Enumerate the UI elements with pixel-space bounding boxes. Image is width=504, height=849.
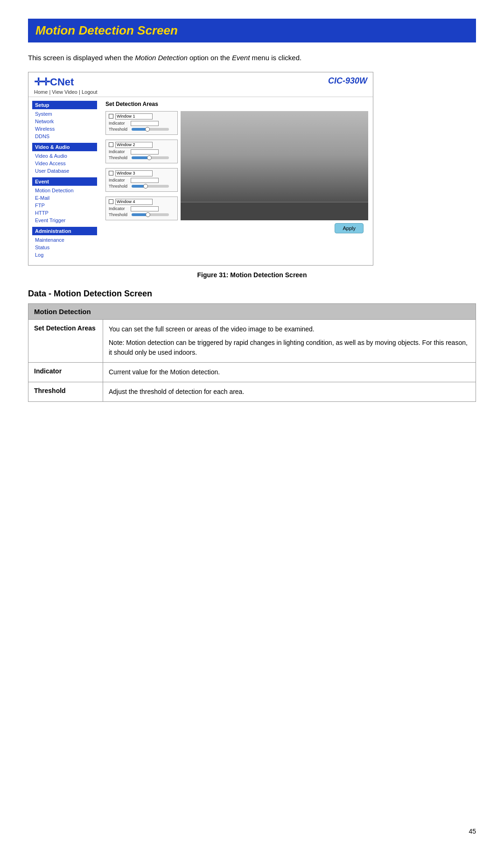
- intro-text-before: This screen is displayed when the: [28, 54, 135, 62]
- cnet-logo: ✛✛ CNet: [34, 76, 98, 88]
- intro-italic-event: Event: [232, 54, 250, 62]
- window-3-checkbox[interactable]: [109, 171, 113, 175]
- window-4-indicator-row: Indicator: [109, 206, 175, 211]
- window-1-indicator-input[interactable]: [131, 121, 159, 126]
- sidebar-item-video-audio[interactable]: Video & Audio: [32, 152, 97, 160]
- window-2-indicator-row: Indicator: [109, 149, 175, 154]
- data-section-title: Data - Motion Detection Screen: [28, 289, 476, 299]
- table-row-indicator: Indicator Current value for the Motion d…: [28, 362, 476, 382]
- window-3-indicator-input[interactable]: [131, 178, 159, 183]
- detection-window-4: Indicator Threshold: [105, 196, 178, 220]
- window-4-threshold-thumb: [146, 212, 150, 217]
- window-1-indicator-row: Indicator: [109, 121, 175, 126]
- window-1-threshold-row: Threshold: [109, 127, 175, 132]
- sidebar-item-maintenance[interactable]: Maintenance: [32, 236, 97, 244]
- cnet-nav-links: Home | View Video | Logout: [34, 89, 98, 95]
- sidebar-header-setup: Setup: [32, 101, 97, 109]
- page-title-banner: Motion Detection Screen: [28, 19, 476, 42]
- window-4-threshold-fill: [132, 213, 147, 216]
- sidebar-item-network[interactable]: Network: [32, 118, 97, 125]
- set-detection-areas-label: Set Detection Areas: [105, 101, 368, 107]
- window-4-indicator-label: Indicator: [109, 206, 129, 211]
- sidebar-group-setup: Setup System Network Wireless DDNS: [32, 101, 97, 140]
- window-3-threshold-fill: [132, 185, 145, 188]
- window-1-threshold-label: Threshold: [109, 127, 129, 132]
- sidebar-item-http[interactable]: HTTP: [32, 209, 97, 217]
- window-4-indicator-input[interactable]: [131, 206, 159, 211]
- window-1-threshold-track[interactable]: [132, 128, 169, 131]
- window-4-name-input[interactable]: [115, 199, 153, 205]
- window-1-row: [109, 113, 175, 119]
- row-value-indicator: Current value for the Motion detection.: [103, 362, 476, 382]
- row-value-threshold: Adjust the threshold of detection for ea…: [103, 382, 476, 401]
- sidebar-group-administration: Administration Maintenance Status Log: [32, 227, 97, 259]
- screenshot-container: ✛✛ CNet Home | View Video | Logout CIC-9…: [28, 72, 373, 266]
- window-3-threshold-track[interactable]: [132, 185, 169, 188]
- window-2-threshold-label: Threshold: [109, 155, 129, 160]
- cnet-logo-text: CNet: [50, 76, 74, 88]
- sidebar-item-email[interactable]: E-Mail: [32, 194, 97, 202]
- window-4-threshold-track[interactable]: [132, 213, 169, 216]
- apply-row: Apply: [105, 220, 368, 236]
- window-1-name-input[interactable]: [115, 113, 153, 119]
- sidebar-item-log[interactable]: Log: [32, 251, 97, 259]
- window-2-row: [109, 142, 175, 148]
- detection-windows: Indicator Threshold: [105, 111, 178, 220]
- window-2-name-input[interactable]: [115, 142, 153, 148]
- sidebar-item-event-trigger[interactable]: Event Trigger: [32, 217, 97, 224]
- intro-italic-motion: Motion Detection: [135, 54, 188, 62]
- row-label-indicator: Indicator: [28, 362, 103, 382]
- window-2-indicator-label: Indicator: [109, 149, 129, 154]
- cnet-logo-icon: ✛✛: [34, 76, 49, 88]
- sidebar: Setup System Network Wireless DDNS Video…: [28, 97, 101, 265]
- sidebar-item-motion-detection[interactable]: Motion Detection: [32, 187, 97, 194]
- apply-button[interactable]: Apply: [335, 223, 364, 233]
- detection-window-2: Indicator Threshold: [105, 140, 178, 163]
- window-4-threshold-row: Threshold: [109, 212, 175, 217]
- camera-desk-area: [181, 202, 368, 220]
- detection-window-1: Indicator Threshold: [105, 111, 178, 135]
- sidebar-header-administration: Administration: [32, 227, 97, 235]
- screenshot-body: Setup System Network Wireless DDNS Video…: [28, 97, 373, 265]
- window-4-checkbox[interactable]: [109, 199, 113, 204]
- window-4-row: [109, 199, 175, 205]
- window-4-threshold-label: Threshold: [109, 212, 129, 217]
- window-2-threshold-row: Threshold: [109, 155, 175, 160]
- main-content-area: Set Detection Areas Indicator: [101, 97, 373, 265]
- window-2-indicator-input[interactable]: [131, 149, 159, 154]
- cnet-logo-area: ✛✛ CNet Home | View Video | Logout: [34, 76, 98, 95]
- page-title: Motion Detection Screen: [35, 23, 469, 38]
- camera-image: [181, 111, 368, 220]
- table-section-header: Motion Detection: [28, 303, 476, 319]
- camera-image-inner: [181, 111, 368, 220]
- window-3-name-input[interactable]: [115, 170, 153, 176]
- sidebar-item-status[interactable]: Status: [32, 244, 97, 251]
- window-3-indicator-label: Indicator: [109, 178, 129, 182]
- window-1-indicator-label: Indicator: [109, 121, 129, 126]
- sidebar-header-event: Event: [32, 177, 97, 186]
- sidebar-item-video-access[interactable]: Video Access: [32, 160, 97, 167]
- table-row-set-detection: Set Detection Areas You can set the full…: [28, 319, 476, 362]
- sidebar-group-video-audio: Video & Audio Video & Audio Video Access…: [32, 143, 97, 175]
- page-number: 45: [469, 828, 476, 835]
- window-2-threshold-track[interactable]: [132, 156, 169, 159]
- sidebar-item-wireless[interactable]: Wireless: [32, 125, 97, 133]
- window-1-threshold-thumb: [145, 127, 150, 132]
- row-label-set-detection: Set Detection Areas: [28, 319, 103, 362]
- detection-window-3: Indicator Threshold: [105, 168, 178, 192]
- window-1-threshold-fill: [132, 128, 147, 131]
- intro-paragraph: This screen is displayed when the Motion…: [28, 53, 476, 63]
- row-label-threshold: Threshold: [28, 382, 103, 401]
- figure-caption: Figure 31: Motion Detection Screen: [28, 271, 476, 279]
- window-3-threshold-label: Threshold: [109, 184, 129, 189]
- set-detection-note: Note: Motion detection can be triggered …: [109, 338, 470, 358]
- window-3-indicator-row: Indicator: [109, 178, 175, 183]
- sidebar-item-user-database[interactable]: User Database: [32, 167, 97, 175]
- sidebar-item-ftp[interactable]: FTP: [32, 202, 97, 209]
- sidebar-header-video-audio: Video & Audio: [32, 143, 97, 151]
- sidebar-item-system[interactable]: System: [32, 110, 97, 118]
- set-detection-value-text: You can set the full screen or areas of …: [109, 325, 315, 333]
- window-2-checkbox[interactable]: [109, 142, 113, 147]
- window-1-checkbox[interactable]: [109, 114, 113, 119]
- sidebar-item-ddns[interactable]: DDNS: [32, 133, 97, 140]
